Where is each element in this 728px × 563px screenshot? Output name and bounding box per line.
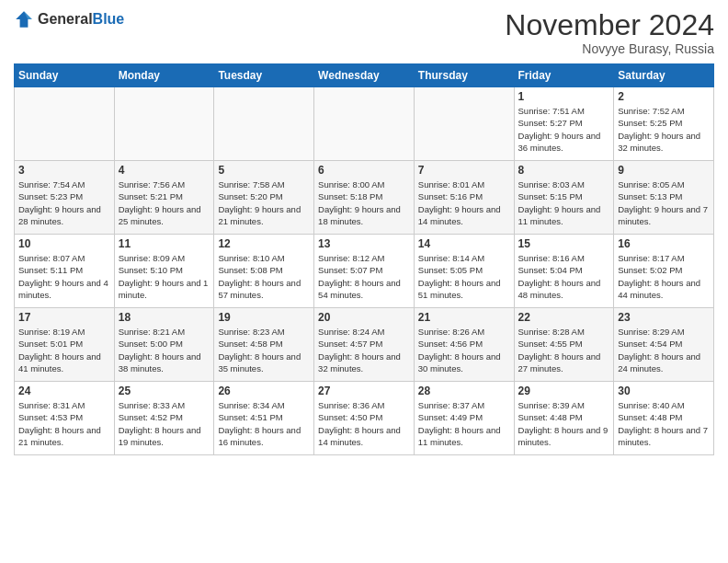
calendar-cell: 7Sunrise: 8:01 AMSunset: 5:16 PMDaylight… [414, 161, 514, 235]
day-number: 20 [318, 311, 410, 324]
calendar-cell: 29Sunrise: 8:39 AMSunset: 4:48 PMDayligh… [514, 382, 614, 455]
day-number: 26 [218, 385, 310, 397]
calendar-week-row: 3Sunrise: 7:54 AMSunset: 5:23 PMDaylight… [15, 161, 714, 235]
calendar-cell: 9Sunrise: 8:05 AMSunset: 5:13 PMDaylight… [614, 161, 714, 235]
calendar-cell: 5Sunrise: 7:58 AMSunset: 5:20 PMDaylight… [214, 161, 314, 235]
calendar-cell: 18Sunrise: 8:21 AMSunset: 5:00 PMDayligh… [114, 308, 214, 382]
day-number: 28 [418, 385, 510, 397]
day-info: Sunrise: 8:14 AMSunset: 5:05 PMDaylight:… [418, 252, 510, 301]
day-info: Sunrise: 7:52 AMSunset: 5:25 PMDaylight:… [618, 105, 710, 154]
day-info: Sunrise: 8:01 AMSunset: 5:16 PMDaylight:… [418, 178, 510, 227]
day-number: 11 [119, 237, 210, 250]
calendar-cell: 4Sunrise: 7:56 AMSunset: 5:21 PMDaylight… [114, 161, 214, 235]
calendar-cell: 16Sunrise: 8:17 AMSunset: 5:02 PMDayligh… [614, 235, 714, 308]
calendar-cell: 1Sunrise: 7:51 AMSunset: 5:27 PMDaylight… [514, 87, 614, 161]
calendar-day-header: Wednesday [314, 64, 415, 87]
day-info: Sunrise: 7:54 AMSunset: 5:23 PMDaylight:… [18, 178, 110, 227]
calendar-cell: 8Sunrise: 8:03 AMSunset: 5:15 PMDaylight… [514, 161, 614, 235]
day-number: 7 [418, 164, 510, 177]
calendar-header-row: SundayMondayTuesdayWednesdayThursdayFrid… [15, 64, 714, 87]
logo-blue: Blue [93, 11, 125, 27]
day-info: Sunrise: 8:00 AMSunset: 5:18 PMDaylight:… [318, 178, 410, 227]
day-number: 4 [119, 164, 210, 177]
calendar-cell: 25Sunrise: 8:33 AMSunset: 4:52 PMDayligh… [114, 382, 214, 455]
day-number: 21 [418, 311, 510, 324]
day-number: 12 [218, 237, 310, 250]
day-number: 10 [18, 237, 110, 250]
day-number: 22 [518, 311, 610, 324]
day-number: 6 [318, 164, 410, 177]
calendar-day-header: Monday [114, 64, 214, 87]
logo-text: GeneralBlue [38, 11, 124, 28]
day-info: Sunrise: 8:40 AMSunset: 4:48 PMDaylight:… [618, 399, 710, 448]
calendar-cell: 26Sunrise: 8:34 AMSunset: 4:51 PMDayligh… [214, 382, 314, 455]
calendar-cell [414, 87, 514, 161]
calendar-day-header: Sunday [15, 64, 115, 87]
calendar-day-header: Friday [514, 64, 614, 87]
day-number: 1 [518, 90, 610, 103]
calendar-cell [214, 87, 314, 161]
calendar-week-row: 24Sunrise: 8:31 AMSunset: 4:53 PMDayligh… [15, 382, 714, 455]
calendar-cell: 10Sunrise: 8:07 AMSunset: 5:11 PMDayligh… [15, 235, 115, 308]
calendar-cell: 2Sunrise: 7:52 AMSunset: 5:25 PMDaylight… [614, 87, 714, 161]
calendar-cell: 15Sunrise: 8:16 AMSunset: 5:04 PMDayligh… [514, 235, 614, 308]
calendar-cell: 27Sunrise: 8:36 AMSunset: 4:50 PMDayligh… [314, 382, 415, 455]
calendar-cell: 6Sunrise: 8:00 AMSunset: 5:18 PMDaylight… [314, 161, 415, 235]
day-info: Sunrise: 8:12 AMSunset: 5:07 PMDaylight:… [318, 252, 410, 301]
day-number: 18 [119, 311, 210, 324]
day-number: 17 [18, 311, 110, 324]
day-info: Sunrise: 8:17 AMSunset: 5:02 PMDaylight:… [618, 252, 710, 301]
day-number: 15 [518, 237, 610, 250]
calendar-cell: 13Sunrise: 8:12 AMSunset: 5:07 PMDayligh… [314, 235, 415, 308]
day-number: 25 [119, 385, 210, 397]
calendar-cell: 3Sunrise: 7:54 AMSunset: 5:23 PMDaylight… [15, 161, 115, 235]
header: GeneralBlue November 2024 Novyye Burasy,… [14, 9, 714, 56]
calendar-day-header: Thursday [414, 64, 514, 87]
logo-icon [14, 9, 34, 29]
day-number: 16 [618, 237, 710, 250]
day-info: Sunrise: 8:05 AMSunset: 5:13 PMDaylight:… [618, 178, 710, 227]
day-info: Sunrise: 8:34 AMSunset: 4:51 PMDaylight:… [218, 399, 310, 448]
day-info: Sunrise: 8:31 AMSunset: 4:53 PMDaylight:… [18, 399, 110, 448]
day-number: 9 [618, 164, 710, 177]
location: Novyye Burasy, Russia [505, 41, 714, 56]
day-number: 24 [18, 385, 110, 397]
calendar-week-row: 17Sunrise: 8:19 AMSunset: 5:01 PMDayligh… [15, 308, 714, 382]
calendar-week-row: 10Sunrise: 8:07 AMSunset: 5:11 PMDayligh… [15, 235, 714, 308]
logo-general: General [38, 11, 93, 27]
calendar-cell: 12Sunrise: 8:10 AMSunset: 5:08 PMDayligh… [214, 235, 314, 308]
calendar-cell: 17Sunrise: 8:19 AMSunset: 5:01 PMDayligh… [15, 308, 115, 382]
day-info: Sunrise: 8:37 AMSunset: 4:49 PMDaylight:… [418, 399, 510, 448]
day-number: 30 [618, 385, 710, 397]
calendar-cell: 21Sunrise: 8:26 AMSunset: 4:56 PMDayligh… [414, 308, 514, 382]
day-info: Sunrise: 7:58 AMSunset: 5:20 PMDaylight:… [218, 178, 310, 227]
day-number: 8 [518, 164, 610, 177]
title-section: November 2024 Novyye Burasy, Russia [505, 9, 714, 56]
day-number: 14 [418, 237, 510, 250]
calendar-cell [314, 87, 415, 161]
day-info: Sunrise: 7:51 AMSunset: 5:27 PMDaylight:… [518, 105, 610, 154]
day-info: Sunrise: 8:33 AMSunset: 4:52 PMDaylight:… [119, 399, 210, 448]
calendar-cell: 22Sunrise: 8:28 AMSunset: 4:55 PMDayligh… [514, 308, 614, 382]
calendar-week-row: 1Sunrise: 7:51 AMSunset: 5:27 PMDaylight… [15, 87, 714, 161]
calendar-cell [114, 87, 214, 161]
day-number: 13 [318, 237, 410, 250]
day-number: 5 [218, 164, 310, 177]
day-info: Sunrise: 8:03 AMSunset: 5:15 PMDaylight:… [518, 178, 610, 227]
day-info: Sunrise: 8:26 AMSunset: 4:56 PMDaylight:… [418, 326, 510, 374]
day-info: Sunrise: 8:39 AMSunset: 4:48 PMDaylight:… [518, 399, 610, 448]
day-number: 27 [318, 385, 410, 397]
day-info: Sunrise: 8:29 AMSunset: 4:54 PMDaylight:… [618, 326, 710, 374]
day-number: 19 [218, 311, 310, 324]
day-info: Sunrise: 8:36 AMSunset: 4:50 PMDaylight:… [318, 399, 410, 448]
day-number: 2 [618, 90, 710, 103]
day-info: Sunrise: 7:56 AMSunset: 5:21 PMDaylight:… [119, 178, 210, 227]
month-title: November 2024 [505, 9, 714, 41]
day-info: Sunrise: 8:10 AMSunset: 5:08 PMDaylight:… [218, 252, 310, 301]
calendar-cell: 19Sunrise: 8:23 AMSunset: 4:58 PMDayligh… [214, 308, 314, 382]
day-info: Sunrise: 8:24 AMSunset: 4:57 PMDaylight:… [318, 326, 410, 374]
calendar-cell: 14Sunrise: 8:14 AMSunset: 5:05 PMDayligh… [414, 235, 514, 308]
day-number: 23 [618, 311, 710, 324]
calendar-cell: 20Sunrise: 8:24 AMSunset: 4:57 PMDayligh… [314, 308, 415, 382]
day-info: Sunrise: 8:07 AMSunset: 5:11 PMDaylight:… [18, 252, 110, 301]
